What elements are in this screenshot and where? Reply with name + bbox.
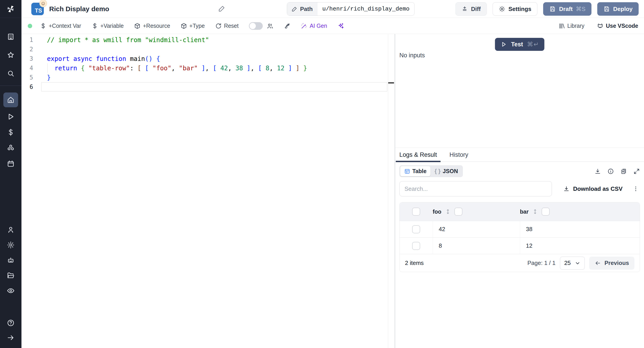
sidebar-item-settings[interactable] [4, 239, 18, 251]
collab-toggle[interactable] [249, 22, 263, 30]
test-button[interactable]: Test ⌘↵ [495, 38, 544, 51]
ai-assistant-button[interactable] [338, 23, 344, 29]
sidebar-expand-button[interactable] [4, 331, 18, 344]
sidebar-item-resources[interactable] [4, 142, 18, 154]
result-table: foo bar 4238812 2 i [399, 202, 640, 272]
ai-gen-button[interactable]: AI Gen [301, 23, 327, 29]
line-number: 1 [22, 37, 33, 43]
sidebar-item-audit-logs[interactable] [4, 284, 18, 297]
ai-gen-label: AI Gen [310, 23, 327, 29]
download-csv-button[interactable]: Download as CSV [563, 186, 622, 192]
info-icon[interactable] [607, 168, 614, 175]
sidebar-item-workers[interactable] [4, 254, 18, 266]
eye-icon [7, 287, 15, 295]
column-bar-checkbox[interactable] [542, 208, 550, 216]
sidebar-item-search[interactable] [4, 67, 18, 80]
code-lines[interactable]: 1// import * as wmill from "windmill-cli… [22, 35, 394, 92]
dollar-icon [7, 128, 15, 136]
baby-emoji-badge: ☺ [39, 0, 47, 7]
add-context-var-button[interactable]: +Context Var [40, 23, 81, 29]
library-button[interactable]: Library [558, 23, 584, 29]
line-number: 6 [22, 84, 33, 90]
select-all-checkbox[interactable] [412, 208, 420, 216]
code-editor[interactable]: 1// import * as wmill from "windmill-cli… [22, 34, 394, 348]
top-header: TS ☺ Rich Display demo Path u/henri/rich… [22, 0, 644, 18]
table-row[interactable]: 812 [400, 237, 640, 254]
code-line[interactable]: 4 return { "table-row": [ [ "foo", "bar"… [22, 63, 394, 73]
code-text: return { "table-row": [ [ "foo", "bar" ]… [47, 65, 307, 72]
code-line[interactable]: 6 [22, 82, 394, 92]
package-icon [180, 23, 187, 29]
tab-history[interactable]: History [450, 151, 468, 161]
play-icon [500, 41, 507, 48]
clipboard-copy-icon[interactable] [620, 168, 627, 175]
code-line[interactable]: 2 [22, 45, 394, 54]
column-header-foo[interactable]: foo [433, 209, 442, 215]
page-size-select[interactable]: 25 [560, 257, 585, 270]
column-foo-checkbox[interactable] [454, 208, 462, 216]
deploy-button[interactable]: Deploy [597, 2, 639, 16]
save-icon [549, 6, 556, 12]
reset-button[interactable]: Reset [215, 23, 238, 29]
line-number: 4 [22, 65, 33, 71]
page-indicator: Page: 1 / 1 [527, 260, 556, 266]
deploy-button-label: Deploy [613, 6, 632, 13]
sort-icon[interactable] [445, 209, 451, 215]
table-menu-button[interactable] [632, 186, 639, 192]
search-input[interactable] [399, 181, 552, 196]
magic-wand-icon [301, 23, 308, 29]
sidebar-item-users[interactable] [4, 224, 18, 236]
row-checkbox[interactable] [412, 225, 420, 233]
multiplayer-button[interactable] [267, 23, 274, 29]
add-variable-button[interactable]: +Variable [92, 23, 124, 29]
sidebar-item-folders[interactable] [4, 269, 18, 282]
table-cell: 8 [439, 242, 442, 249]
folder-icon [7, 271, 15, 279]
sidebar-item-runs[interactable] [4, 110, 18, 123]
run-result-panel: Test ⌘↵ No inputs Logs & Result History [395, 34, 644, 348]
row-checkbox[interactable] [412, 242, 420, 250]
download-icon[interactable] [594, 168, 601, 175]
code-line[interactable]: 1// import * as wmill from "windmill-cli… [22, 35, 394, 45]
gear-icon [499, 6, 505, 12]
expand-icon[interactable] [633, 168, 640, 175]
table-row[interactable]: 4238 [400, 221, 640, 237]
code-line[interactable]: 3export async function main() { [22, 54, 394, 63]
sidebar [0, 0, 22, 348]
sidebar-item-schedules[interactable] [4, 157, 18, 170]
path-button-label: Path [300, 6, 312, 13]
code-line[interactable]: 5} [22, 73, 394, 82]
editor-right-edge [388, 34, 388, 348]
diff-button[interactable]: Diff [456, 2, 486, 16]
windmill-logo[interactable] [0, 0, 22, 18]
code-text: } [47, 74, 51, 81]
path-control[interactable]: Path u/henri/rich_display_demo [287, 2, 414, 16]
sort-icon[interactable] [532, 209, 538, 215]
view-json-button[interactable]: { } JSON [430, 166, 462, 176]
calendar-icon [7, 160, 15, 168]
sidebar-item-workspace[interactable] [4, 31, 18, 43]
view-table-button[interactable]: Table [400, 166, 430, 176]
sidebar-item-help[interactable] [4, 317, 18, 329]
tab-logs-result[interactable]: Logs & Result [399, 151, 437, 161]
edit-summary-button[interactable] [218, 5, 226, 12]
column-header-bar[interactable]: bar [520, 209, 528, 215]
use-vscode-button[interactable]: Use VScode [597, 23, 638, 29]
path-value: u/henri/rich_display_demo [317, 3, 414, 16]
pencil-icon [218, 5, 226, 12]
save-draft-button[interactable]: Draft ⌘S [543, 2, 592, 16]
gear-icon [7, 241, 15, 249]
indent-guide [48, 63, 48, 73]
previous-page-button[interactable]: Previous [589, 257, 634, 270]
add-context-var-label: +Context Var [49, 23, 81, 29]
settings-button[interactable]: Settings [492, 2, 538, 16]
path-button[interactable]: Path [287, 3, 317, 16]
sidebar-item-variables[interactable] [4, 126, 18, 139]
typescript-badge-label: TS [35, 8, 42, 14]
add-resource-button[interactable]: +Resource [134, 23, 170, 29]
sidebar-item-favorites[interactable] [4, 49, 18, 61]
status-dot [28, 24, 32, 28]
sidebar-item-home[interactable] [3, 92, 18, 107]
add-type-button[interactable]: +Type [180, 23, 205, 29]
format-button[interactable] [284, 23, 290, 29]
